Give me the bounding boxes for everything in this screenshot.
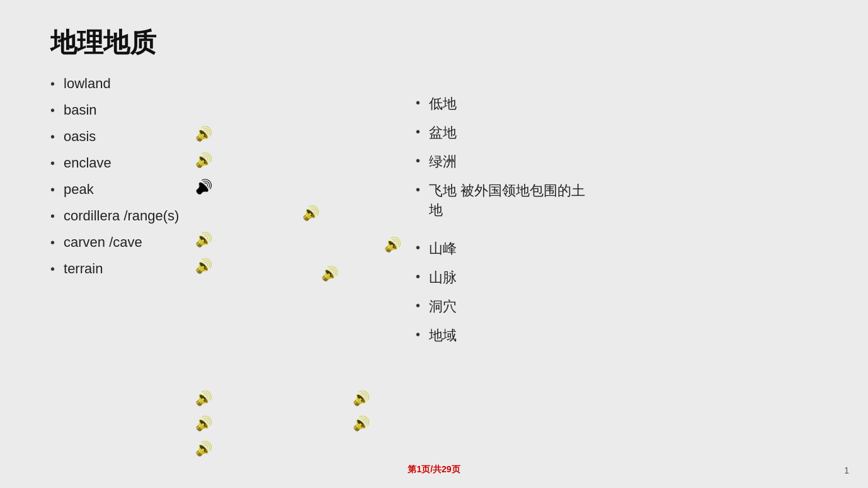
list-item: 山峰 🔊 (416, 239, 830, 258)
list-item: peak 🔊 (50, 181, 365, 198)
chinese-text: 绿洲 (429, 152, 457, 171)
chinese-text: 地域 (429, 326, 457, 345)
word-text: oasis (64, 128, 96, 145)
word-text: cordillera /range(s) (64, 208, 179, 224)
slide: 地理地质 lowland basin oasis 🔊 enclave 🔊 (0, 0, 868, 488)
speaker-icon[interactable]: 🔊 (195, 416, 212, 431)
speaker-icon[interactable]: 🔊 (195, 126, 212, 142)
chinese-text: 山脉 (429, 268, 457, 287)
word-text: peak (64, 181, 94, 198)
speaker-icon[interactable]: 🔊 (195, 258, 212, 275)
speaker-icon[interactable]: 🔊 (195, 441, 212, 457)
list-item: carven /cave 🔊 (50, 234, 365, 251)
list-item: 地域 (416, 326, 830, 345)
content-area: lowland basin oasis 🔊 enclave 🔊 peak 🔊 (50, 76, 830, 450)
list-item: 绿洲 (416, 152, 830, 171)
list-item: terrain 🔊 (50, 261, 365, 277)
speaker-icon[interactable]: 🔊 (195, 390, 212, 406)
list-item: 飞地 被外国领地包围的土地 (416, 181, 830, 220)
word-list: lowland basin oasis 🔊 enclave 🔊 peak 🔊 (50, 76, 365, 277)
speaker-icon[interactable]: 🔊 (384, 237, 401, 253)
list-item: cordillera /range(s) 🔊 (50, 208, 365, 224)
speaker-icon[interactable]: 🔊 (195, 179, 212, 195)
speaker-icon[interactable]: 🔊 (302, 205, 319, 222)
chinese-text: 洞穴 (429, 297, 457, 316)
list-item: enclave 🔊 (50, 155, 365, 171)
page-title: 地理地质 (50, 25, 830, 60)
word-text: carven /cave (64, 234, 142, 251)
chinese-text: 盆地 (429, 123, 457, 142)
chinese-text: 低地 (429, 94, 457, 113)
list-item: 盆地 (416, 123, 830, 142)
page-footer: 第1页/共29页 (408, 464, 460, 475)
word-text: basin (64, 102, 97, 118)
speaker-icon[interactable]: 🔊 (195, 152, 212, 169)
word-text: lowland (64, 76, 111, 92)
list-item: basin (50, 102, 365, 118)
speaker-icon[interactable]: 🔊 (353, 390, 370, 406)
list-item: oasis 🔊 (50, 128, 365, 145)
list-item: 洞穴 (416, 297, 830, 316)
speaker-icon[interactable]: 🔊 (353, 416, 370, 431)
list-item: lowland (50, 76, 365, 92)
left-column: lowland basin oasis 🔊 enclave 🔊 peak 🔊 (50, 76, 365, 450)
chinese-text: 飞地 被外国领地包围的土地 (429, 181, 585, 220)
list-item: 山脉 🔊 (416, 268, 830, 287)
right-column: 低地 盆地 绿洲 飞地 被外国领地包围的土地 山峰 🔊 山脉 🔊 (365, 76, 830, 450)
word-text: enclave (64, 155, 111, 171)
speaker-icon[interactable]: 🔊 (321, 266, 338, 282)
chinese-text: 山峰 (429, 239, 457, 258)
chinese-list: 低地 盆地 绿洲 飞地 被外国领地包围的土地 山峰 🔊 山脉 🔊 (416, 94, 830, 345)
page-number: 1 (844, 465, 849, 475)
speaker-icon[interactable]: 🔊 (195, 232, 212, 248)
word-text: terrain (64, 261, 103, 277)
list-item: 低地 (416, 94, 830, 113)
